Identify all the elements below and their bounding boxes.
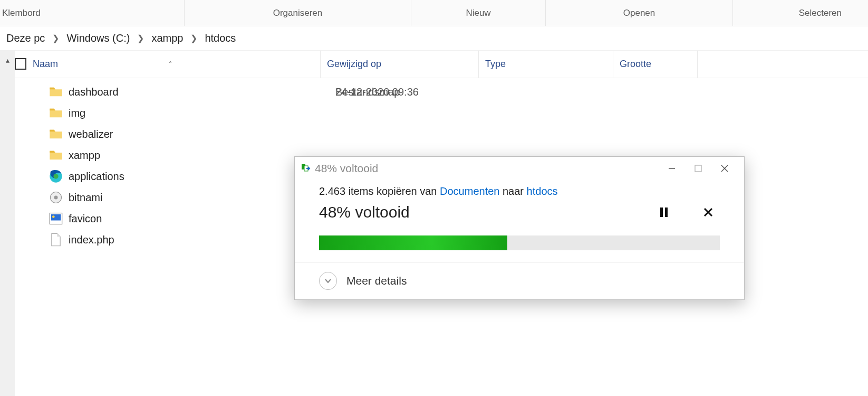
ribbon-section-nieuw[interactable]: Nieuw — [411, 0, 546, 26]
col-header-size[interactable]: Grootte — [613, 51, 698, 78]
copy-progress-dialog: 48% voltooid 2.463 items kopiëren van Do… — [294, 156, 745, 300]
copy-source-link[interactable]: Documenten — [440, 185, 499, 197]
breadcrumb-item[interactable]: htdocs — [201, 32, 239, 44]
dialog-footer: Meer details — [295, 262, 744, 299]
copy-icon — [301, 164, 311, 173]
file-row[interactable]: img — [15, 102, 868, 124]
breadcrumb-item[interactable]: Windows (C:) — [63, 32, 133, 44]
pause-button[interactable] — [652, 201, 676, 224]
dialog-title: 48% voltooid — [315, 162, 659, 175]
folder-icon — [49, 106, 63, 120]
copy-dest-link[interactable]: htdocs — [527, 185, 558, 197]
breadcrumb[interactable]: Deze pc ❯ Windows (C:) ❯ xampp ❯ htdocs — [0, 26, 868, 51]
file-name: img — [69, 107, 85, 119]
scrollbar-vertical[interactable]: ▴ — [0, 51, 15, 396]
ribbon-section-openen[interactable]: Openen — [546, 0, 733, 26]
chevron-right-icon: ❯ — [48, 33, 63, 43]
col-header-modified[interactable]: Gewijzigd op — [321, 51, 479, 78]
copy-percent-text: 48% voltooid — [319, 203, 410, 221]
close-button[interactable] — [711, 159, 738, 178]
col-header-type[interactable]: Type — [479, 51, 613, 78]
cancel-button[interactable] — [697, 201, 720, 224]
file-name: applications — [69, 171, 124, 183]
ribbon-section-klembord[interactable]: Klembord — [0, 0, 185, 26]
image-icon — [49, 211, 63, 226]
chevron-right-icon: ❯ — [133, 33, 148, 43]
svg-point-1 — [53, 174, 58, 178]
svg-point-6 — [52, 215, 55, 218]
file-name: dashboard — [69, 86, 119, 98]
file-name: bitnami — [69, 192, 102, 204]
more-details-label[interactable]: Meer details — [346, 275, 407, 287]
ribbon-section-selecteren[interactable]: Selecteren — [733, 0, 868, 26]
svg-rect-13 — [660, 208, 663, 217]
col-header-name[interactable]: Naam ˄ — [15, 51, 321, 78]
explorer-body: ▴ Naam ˄ Gewijzigd op Type Grootte dashb… — [0, 51, 868, 396]
copy-status-prefix: 2.463 items kopiëren van — [319, 185, 440, 197]
edge-icon — [49, 169, 63, 184]
chevron-right-icon: ❯ — [186, 33, 201, 43]
gear-icon — [49, 190, 63, 205]
maximize-button[interactable] — [685, 159, 711, 178]
file-name: xampp — [69, 149, 100, 162]
copy-status-line: 2.463 items kopiëren van Documenten naar… — [319, 185, 720, 197]
svg-rect-10 — [695, 165, 701, 172]
file-name: webalizer — [69, 128, 113, 140]
doc-icon — [49, 232, 63, 247]
copy-percent-line: 48% voltooid — [319, 197, 720, 224]
progress-bar — [319, 235, 720, 250]
copy-status-mid: naar — [499, 185, 526, 197]
file-pane: Naam ˄ Gewijzigd op Type Grootte dashboa… — [15, 51, 868, 396]
file-modified: 24-12-2020 09:36 — [335, 86, 494, 98]
dialog-titlebar[interactable]: 48% voltooid — [295, 157, 744, 180]
sort-caret-icon: ˄ — [169, 61, 172, 68]
progress-fill — [319, 235, 507, 250]
folder-icon — [49, 127, 63, 142]
file-row[interactable]: dashboard24-12-2020 09:36Bestandsmap — [15, 81, 868, 102]
file-name: favicon — [69, 213, 102, 225]
col-header-name-label: Naam — [33, 59, 58, 70]
breadcrumb-item[interactable]: Deze pc — [3, 32, 48, 44]
svg-point-3 — [54, 196, 58, 200]
dialog-body: 2.463 items kopiëren van Documenten naar… — [295, 180, 744, 262]
folder-icon — [49, 148, 63, 163]
ribbon-section-organiseren[interactable]: Organiseren — [185, 0, 411, 26]
scroll-up-icon[interactable]: ▴ — [6, 56, 9, 64]
folder-icon — [49, 84, 63, 99]
svg-rect-14 — [665, 208, 668, 217]
minimize-button[interactable] — [659, 159, 685, 178]
ribbon: Klembord Organiseren Nieuw Openen Select… — [0, 0, 868, 26]
expand-details-button[interactable] — [319, 272, 337, 290]
column-headers: Naam ˄ Gewijzigd op Type Grootte — [15, 51, 868, 78]
breadcrumb-item[interactable]: xampp — [148, 32, 186, 44]
select-all-checkbox[interactable] — [15, 58, 26, 70]
file-name: index.php — [69, 234, 114, 246]
file-row[interactable]: webalizer — [15, 124, 868, 145]
